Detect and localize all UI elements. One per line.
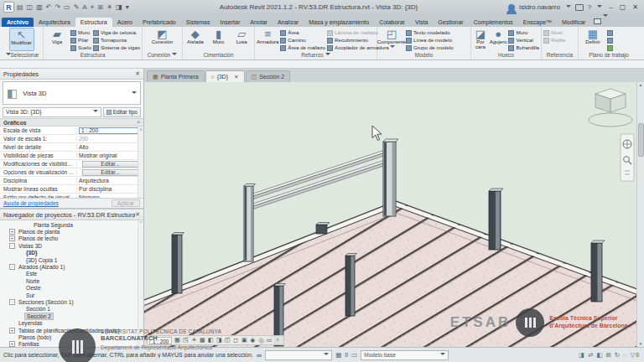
ribbon-tab[interactable]: Modificar bbox=[557, 18, 590, 27]
edit-type-button[interactable]: Editar tipo bbox=[103, 107, 141, 117]
ribbon-tab[interactable]: Archivo bbox=[2, 18, 34, 27]
tree-item-label[interactable]: Planos de techo bbox=[17, 235, 60, 241]
tree-item[interactable]: Sección 1 bbox=[0, 306, 143, 313]
property-value[interactable]: Ninguno bbox=[77, 194, 143, 198]
account-icon[interactable] bbox=[508, 4, 515, 11]
tree-item-label[interactable]: Oeste bbox=[24, 285, 43, 291]
property-value[interactable]: Editar... bbox=[82, 161, 138, 168]
rebar-small-button[interactable]: Área bbox=[280, 29, 325, 36]
scroll-down-icon[interactable]: ▼ bbox=[639, 341, 643, 347]
view-control-icon[interactable]: ◳ bbox=[181, 336, 190, 344]
isolated-foundation-button[interactable]: ◆ Aislada bbox=[184, 28, 206, 51]
rebar-small-button[interactable]: Área de mallazo bbox=[280, 44, 325, 51]
panel-name-modelo[interactable]: Modelo bbox=[377, 51, 470, 59]
property-value[interactable]: Editar... bbox=[82, 169, 138, 176]
property-value[interactable]: Alto bbox=[77, 143, 143, 151]
structure-small-button[interactable]: Tornapunta bbox=[93, 37, 140, 44]
panel-name-refuerzo[interactable]: Refuerzo bbox=[255, 51, 377, 59]
qat-icon[interactable]: ↶ bbox=[46, 4, 52, 11]
property-value[interactable]: 1 : 200 bbox=[79, 127, 142, 134]
type-selector-chevron-icon[interactable] bbox=[130, 85, 137, 101]
tree-item[interactable]: Este bbox=[0, 271, 143, 277]
tree-expander-icon[interactable]: + bbox=[9, 341, 15, 347]
property-value[interactable]: Mostrar original bbox=[77, 152, 143, 159]
project-browser-close-icon[interactable]: ✕ bbox=[135, 211, 140, 218]
model-small-button[interactable]: Texto modelado bbox=[406, 29, 454, 36]
structure-small-button[interactable]: Suelo bbox=[70, 44, 91, 51]
structure-small-button[interactable]: Muro bbox=[70, 29, 91, 36]
view-control-icon[interactable]: ▭ bbox=[265, 336, 273, 344]
ribbon-tab[interactable]: Enscape™ bbox=[518, 18, 557, 27]
tree-item-label[interactable]: Planos (todo) bbox=[17, 334, 53, 340]
model-small-button[interactable]: Línea de modelo bbox=[406, 37, 454, 44]
view-tab[interactable]: ⌂ {3D} ✕ bbox=[205, 70, 245, 82]
instance-combo[interactable]: Vista 3D: {3D} bbox=[3, 107, 101, 117]
section-graficos[interactable]: Gráficos ^ bbox=[0, 118, 143, 127]
panel-name-estructura[interactable]: Estructura bbox=[44, 51, 142, 59]
ribbon-tab[interactable]: Prefabricado bbox=[138, 18, 181, 27]
revit-logo-icon[interactable]: R bbox=[3, 2, 14, 13]
tree-expander-icon[interactable]: - bbox=[9, 299, 15, 305]
ref-plane-button[interactable] bbox=[607, 37, 615, 44]
design-option-dropdown[interactable]: Modelo base bbox=[361, 350, 449, 360]
tree-item[interactable]: - Alzados (Alzado 1) bbox=[0, 263, 143, 270]
window-control-button[interactable]: ▢ bbox=[617, 3, 629, 11]
qat-icon[interactable]: ↷ bbox=[55, 4, 60, 11]
drawing-area[interactable]: 1 : 200 ▦◳☀▩◧◨◫◻▣◉◎▭‹ ETSAB Escola Tècni… bbox=[144, 82, 636, 347]
view-control-icon[interactable]: ◧ bbox=[206, 336, 215, 344]
tree-item-label[interactable]: Tablas de planificación/Cantidades (todo… bbox=[17, 328, 122, 334]
tree-item[interactable]: Norte bbox=[0, 277, 143, 284]
properties-scrollbar[interactable]: v bbox=[138, 127, 143, 198]
properties-header[interactable]: Propiedades ✕ bbox=[0, 69, 143, 80]
panel-name-hueco[interactable]: Hueco bbox=[471, 51, 541, 59]
ribbon-tab[interactable]: Colaborar bbox=[374, 18, 410, 27]
qat-icon[interactable]: ▭ bbox=[64, 4, 70, 11]
property-row[interactable]: Estilo por defecto de visual... Ninguno bbox=[0, 194, 143, 198]
property-value[interactable]: 200 bbox=[77, 135, 143, 142]
property-row[interactable]: Mostrar líneas ocultas Por disciplina bbox=[0, 185, 143, 194]
tree-item[interactable]: Sección 2 bbox=[0, 313, 143, 319]
worksets-glasses-icon[interactable]: ∞ bbox=[257, 351, 262, 359]
tree-item[interactable]: + Familias bbox=[0, 341, 143, 347]
property-value[interactable]: Por disciplina bbox=[77, 185, 143, 193]
qat-icon[interactable]: ✎ bbox=[74, 4, 80, 11]
properties-close-icon[interactable]: ✕ bbox=[135, 70, 140, 77]
qat-icon[interactable]: ☀ bbox=[106, 4, 112, 11]
view-tab[interactable]: ▦ Planta Primera bbox=[147, 70, 205, 82]
tree-item[interactable]: - Vistas 3D bbox=[0, 242, 143, 249]
view-control-icon[interactable]: ◨ bbox=[215, 336, 223, 344]
opening-small-button[interactable]: Muro bbox=[508, 29, 539, 36]
opening-by-face-button[interactable]: ◪ Por cara bbox=[473, 28, 488, 51]
tree-item[interactable]: Leyendas bbox=[0, 319, 143, 326]
view-tab[interactable]: ◫ Sección 2 bbox=[246, 70, 290, 82]
status-toggle-icon[interactable]: ↻ bbox=[615, 351, 620, 359]
ribbon-display-chevron-icon[interactable] bbox=[601, 8, 608, 23]
tree-expander-icon[interactable]: + bbox=[9, 229, 15, 235]
view-control-icon[interactable]: ◉ bbox=[248, 336, 257, 344]
qat-icon[interactable]: ◨ bbox=[116, 4, 122, 11]
property-row[interactable]: Visibilidad de piezas Mostrar original bbox=[0, 152, 143, 160]
property-row[interactable]: Valor de escala 1: 200 bbox=[0, 135, 143, 143]
tree-item-label[interactable]: Vistas 3D bbox=[17, 243, 44, 249]
ribbon-tab[interactable]: Sistemas bbox=[181, 18, 216, 27]
app-store-icon[interactable] bbox=[575, 4, 584, 11]
tree-item-label[interactable]: Secciones (Sección 1) bbox=[17, 299, 75, 305]
view-control-icon[interactable]: ◻ bbox=[231, 336, 240, 344]
structure-small-button[interactable]: Viga de celosía bbox=[93, 29, 140, 36]
tree-item[interactable]: + Planos de planta bbox=[0, 228, 143, 235]
tree-item[interactable]: Sur bbox=[0, 292, 143, 298]
type-selector[interactable]: ◧ Vista 3D bbox=[3, 81, 141, 105]
status-toggle-icon[interactable]: ⊞ bbox=[605, 351, 610, 359]
qat-icon[interactable]: ◫ bbox=[27, 4, 34, 11]
panel-name-referencia[interactable]: Referencia bbox=[542, 51, 578, 59]
tree-expander-icon[interactable]: + bbox=[9, 235, 15, 241]
rebar-button[interactable]: ≡ Armadura bbox=[257, 28, 278, 51]
panel-name-seleccionar[interactable]: Seleccionar bbox=[0, 51, 43, 59]
qat-icon[interactable]: ⌖ bbox=[91, 4, 95, 11]
shaft-opening-button[interactable]: ● Agujero bbox=[490, 28, 507, 51]
beam-button[interactable]: ▰ Viga bbox=[45, 28, 69, 51]
panel-name-cimentacion[interactable]: Cimentación bbox=[183, 51, 254, 59]
view-control-icon[interactable]: ☀ bbox=[190, 336, 198, 344]
structure-small-button[interactable]: Sistema de vigas bbox=[93, 44, 140, 51]
view-control-icon[interactable]: ◎ bbox=[257, 336, 265, 344]
